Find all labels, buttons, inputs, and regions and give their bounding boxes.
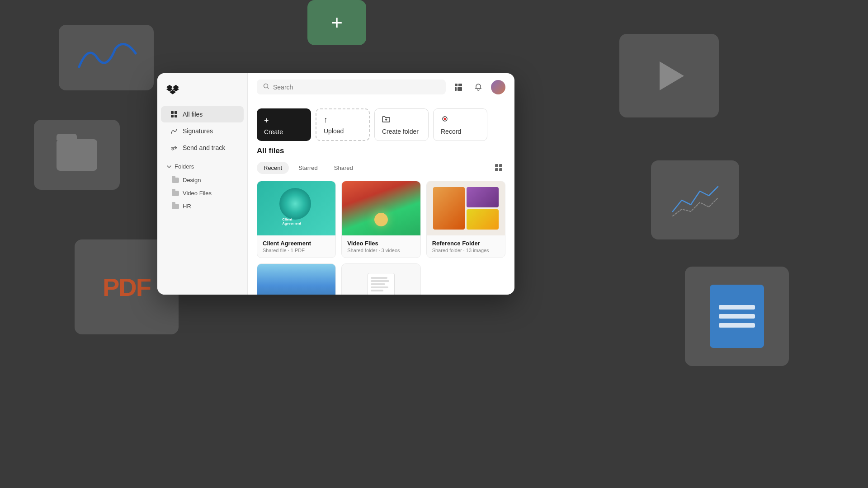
sidebar: All files Signatures Send and track: [157, 73, 248, 295]
sidebar-item-signatures[interactable]: Signatures: [161, 123, 244, 139]
svg-rect-14: [455, 87, 457, 91]
file-thumbnail-doc: [342, 264, 420, 295]
sidebar-item-all-files[interactable]: All files: [161, 106, 244, 122]
photo-thumb: [257, 264, 335, 295]
chevron-down-icon: [166, 164, 172, 169]
ref-img-stack: [467, 187, 499, 230]
file-grid: ClientAgreement Client Agreement Shared …: [257, 181, 505, 295]
folder-icon-hr: [172, 204, 179, 209]
doc-line-2: [719, 314, 755, 319]
svg-rect-7: [171, 115, 174, 117]
send-track-icon: [170, 144, 178, 152]
doc-icon: [710, 285, 764, 348]
file-thumbnail-client: ClientAgreement: [257, 181, 335, 235]
record-button[interactable]: Record: [433, 108, 487, 141]
grid-view-icon[interactable]: [451, 80, 466, 94]
file-info-client: Client Agreement Shared file · 1 PDF: [257, 235, 335, 258]
plus-icon: +: [331, 11, 343, 34]
bg-play-card: [619, 34, 719, 117]
doc-line-a: [371, 277, 387, 279]
svg-point-10: [172, 148, 174, 150]
ref-thumb: [427, 181, 505, 235]
sidebar-logo: [157, 80, 247, 106]
bg-chart-card: [651, 160, 739, 239]
ref-img-purple: [467, 187, 499, 207]
header-icons: [451, 80, 505, 94]
user-avatar[interactable]: [491, 80, 505, 94]
file-meta-client: Shared file · 1 PDF: [263, 248, 330, 253]
bg-folder-card: [34, 120, 120, 190]
bg-signature-card: [59, 25, 154, 90]
pdf-label: PDF: [103, 272, 151, 302]
record-icon: [441, 115, 449, 125]
create-icon: +: [264, 116, 269, 126]
file-card-reference[interactable]: Reference Folder Shared folder · 13 imag…: [426, 181, 505, 258]
main-content: + Create ↑ Upload Create folder: [248, 73, 514, 295]
signature-icon: [70, 35, 142, 80]
folder-item-design[interactable]: Design: [157, 174, 247, 187]
svg-rect-8: [175, 115, 177, 117]
file-name-client: Client Agreement: [263, 240, 330, 247]
file-thumbnail-ref: [427, 181, 505, 235]
sidebar-item-send-and-track[interactable]: Send and track: [161, 140, 244, 156]
svg-point-17: [444, 118, 446, 120]
filter-tab-shared[interactable]: Shared: [327, 162, 360, 174]
svg-rect-12: [455, 84, 458, 86]
file-info-ref: Reference Folder Shared folder · 13 imag…: [427, 235, 505, 258]
create-folder-button[interactable]: Create folder: [374, 108, 429, 141]
doc-thumb: [342, 264, 420, 295]
header: [248, 73, 514, 101]
file-meta-ref: Shared folder · 13 images: [432, 248, 500, 253]
client-doc: ClientAgreement: [279, 188, 313, 229]
all-files-icon: [170, 110, 178, 118]
action-buttons: + Create ↑ Upload Create folder: [248, 101, 514, 146]
svg-rect-19: [499, 164, 502, 167]
file-card-client-agreement[interactable]: ClientAgreement Client Agreement Shared …: [257, 181, 336, 258]
folders-header[interactable]: Folders: [157, 160, 247, 174]
bg-doc-card: [685, 267, 789, 366]
play-icon: [660, 61, 684, 90]
upload-icon: ↑: [324, 115, 328, 125]
folder-icon: [57, 139, 97, 171]
search-icon: [263, 83, 269, 91]
svg-point-9: [171, 133, 172, 134]
bg-plus-card: +: [307, 0, 366, 45]
create-button[interactable]: + Create: [257, 108, 311, 141]
folder-item-video-files[interactable]: Video Files: [157, 187, 247, 200]
svg-rect-21: [499, 168, 502, 171]
svg-rect-5: [171, 111, 174, 114]
file-meta-video: Shared folder · 3 videos: [347, 248, 415, 253]
filter-tab-recent[interactable]: Recent: [257, 162, 289, 174]
doc-line-c: [371, 283, 385, 285]
chart-icon: [668, 180, 722, 221]
folder-icon-video: [172, 191, 179, 196]
svg-rect-13: [458, 84, 462, 86]
file-card-photo[interactable]: [257, 263, 336, 295]
file-info-video: Video Files Shared folder · 3 videos: [342, 235, 420, 258]
search-bar[interactable]: [257, 80, 446, 94]
folder-item-hr[interactable]: HR: [157, 200, 247, 213]
create-folder-icon: [382, 116, 390, 125]
file-name-video: Video Files: [347, 240, 415, 247]
bell-icon[interactable]: [471, 80, 486, 94]
doc-line-b: [371, 280, 389, 282]
file-card-video-files[interactable]: Video Files Shared folder · 3 videos: [341, 181, 420, 258]
upload-button[interactable]: ↑ Upload: [316, 108, 370, 141]
file-thumbnail-photo: [257, 264, 335, 295]
file-card-doc[interactable]: [341, 263, 420, 295]
svg-rect-15: [458, 87, 462, 91]
svg-rect-18: [495, 164, 498, 167]
main-modal: All files Signatures Send and track: [157, 73, 514, 295]
doc-line-1: [719, 305, 755, 310]
filter-tab-starred[interactable]: Starred: [292, 162, 325, 174]
grid-toggle-button[interactable]: [492, 161, 505, 174]
files-title: All files: [257, 146, 505, 155]
video-thumb: [342, 181, 420, 235]
filter-tabs: Recent Starred Shared: [257, 161, 505, 174]
ref-img-orange: [433, 187, 465, 230]
svg-rect-20: [495, 168, 498, 171]
doc-line-3: [719, 323, 755, 328]
search-input[interactable]: [273, 84, 439, 91]
ref-img-yellow: [467, 209, 499, 230]
client-label: ClientAgreement: [282, 217, 301, 226]
